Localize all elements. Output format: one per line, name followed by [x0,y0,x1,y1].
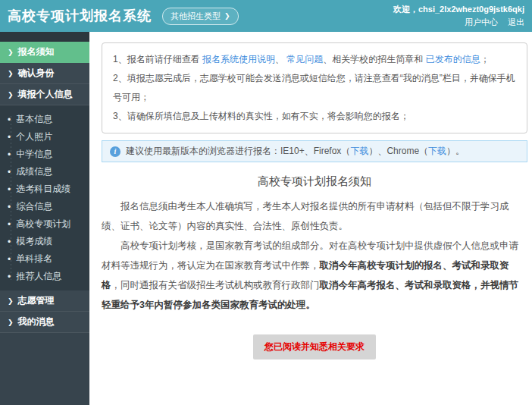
header-user-area: 欢迎，chsi_2lx2whezt0g9jstk6qkj 用户中心 退出 [393,3,524,29]
notice-box: 1、报名前请仔细查看 报名系统使用说明、 常见问题、相关学校的招生简章和 已发布… [102,42,527,133]
chevron-right-icon: ❯ [8,70,14,77]
logout-link[interactable]: 退出 [508,17,524,27]
bullet-icon: • [8,149,11,160]
bullet-icon: • [8,202,11,212]
sidebar-item-elective-subject-scores[interactable]: • 选考科目成绩 [0,181,89,198]
sidebar-item-single-subject-ranking[interactable]: • 单科排名 [0,250,89,268]
bullet-icon: • [8,219,11,230]
paragraph-text: ，同时通报有关省级招生考试机构或教育行政部门 [111,280,320,290]
app-title: 高校专项计划报名系统 [8,7,152,25]
sidebar-item-label: 模考成绩 [16,235,52,248]
published-info-link[interactable]: 已发布的信息 [426,54,480,64]
sidebar-submenu: • 基本信息 • 个人照片 • 中学信息 • 成绩信息 • 选考科目成绩 • 综… [0,105,89,290]
notice-body: 报名信息须由考生本人准确填写，考生本人对报名提供的所有申请材料（包括但不限于学习… [102,196,527,315]
notice-line-2: 2、填报志愿完成后，志愿学校可能会发送消息或短信给您，请注意查看“我的消息”栏目… [113,69,516,107]
chrome-download-link[interactable]: 下载 [428,146,446,156]
notice-paragraph-2: 高校专项计划考核，是国家教育考试的组成部分。对在高校专项计划中提供虚假个人信息或… [102,236,527,315]
notice-line-3: 3、请确保所填信息及上传材料的真实性，如有不实，将会影响您的报名； [113,107,516,126]
sidebar-item-basic-info[interactable]: • 基本信息 [0,111,89,128]
sidebar-item-label: 填报个人信息 [18,88,73,101]
sidebar-item-fill-personal-info[interactable]: ❯ 填报个人信息 [0,84,89,105]
system-usage-instructions-link[interactable]: 报名系统使用说明 [202,54,275,64]
bullet-icon: • [8,184,11,195]
user-center-link[interactable]: 用户中心 [465,17,498,27]
sidebar-item-label: 我的消息 [18,316,55,328]
sidebar-item-personal-photo[interactable]: • 个人照片 [0,128,89,146]
sidebar-item-confirm-identity[interactable]: ❯ 确认身份 [0,63,89,84]
sidebar-item-mock-exam-scores[interactable]: • 模考成绩 [0,233,89,250]
sidebar-item-label: 综合信息 [16,200,52,213]
sidebar-item-label: 基本信息 [16,113,52,126]
app-header: 高校专项计划报名系统 其他招生类型 ❯ 欢迎，chsi_2lx2whezt0g9… [0,0,532,32]
other-admission-types-button[interactable]: 其他招生类型 ❯ [162,8,239,25]
notice-text: 、相关学校的招生简章和 [323,54,425,64]
sidebar-item-label: 选考科目成绩 [16,183,70,196]
notice-text: 、 [275,54,286,64]
bullet-icon: • [8,272,11,282]
chevron-right-icon: ❯ [8,49,14,56]
sidebar-item-label: 成绩信息 [16,165,52,178]
chevron-right-icon: ❯ [8,297,14,305]
sidebar-item-label: 志愿管理 [18,294,55,307]
sidebar-item-label: 中学信息 [16,148,52,161]
firefox-download-link[interactable]: 下载 [350,146,368,156]
sidebar-item-my-messages[interactable]: ❯ 我的消息 [0,312,89,333]
chevron-right-icon: ❯ [224,12,230,20]
sidebar-item-label: 报名须知 [18,46,55,58]
sidebar-nav: ❯ 报名须知 ❯ 确认身份 ❯ 填报个人信息 • 基本信息 • 个人照片 • 中… [0,32,89,405]
sidebar-item-special-program[interactable]: • 高校专项计划 [0,215,89,233]
sidebar-item-label: 推荐人信息 [16,270,61,283]
bullet-icon: • [8,132,11,143]
sidebar-item-high-school-info[interactable]: • 中学信息 [0,146,89,163]
notice-line-1: 1、报名前请仔细查看 报名系统使用说明、 常见问题、相关学校的招生简章和 已发布… [113,50,516,69]
acknowledge-button[interactable]: 您已阅读并知悉相关要求 [253,334,376,359]
faq-link[interactable]: 常见问题 [286,54,323,64]
page-title: 高校专项计划报名须知 [102,174,527,189]
welcome-text: 欢迎，chsi_2lx2whezt0g9jstk6qkj [393,3,524,16]
browser-bar-text: ）。 [446,146,465,156]
notice-text: ； [480,54,490,64]
notice-text: 1、报名前请仔细查看 [113,54,202,64]
sidebar-item-label: 单科排名 [16,253,52,265]
info-icon: i [110,146,120,157]
sidebar-item-label: 确认身份 [18,67,55,80]
sidebar-item-signup-notice[interactable]: ❯ 报名须知 [0,42,89,63]
sidebar-item-score-info[interactable]: • 成绩信息 [0,163,89,181]
chevron-right-icon: ❯ [8,91,14,99]
browser-bar-text: ）、Chrome（ [368,146,428,156]
bullet-icon: • [8,237,11,247]
sidebar-item-recommender-info[interactable]: • 推荐人信息 [0,268,89,285]
other-admission-types-label: 其他招生类型 [171,11,221,22]
sidebar-item-label: 个人照片 [16,130,52,143]
notice-paragraph-1: 报名信息须由考生本人准确填写，考生本人对报名提供的所有申请材料（包括但不限于学习… [102,196,527,236]
browser-recommendation-bar: i 建议使用最新版本的浏览器进行报名：IE10+、Firefox（下载）、Chr… [102,140,527,162]
bullet-icon: • [8,254,11,265]
sidebar-item-comprehensive-info[interactable]: • 综合信息 [0,198,89,215]
sidebar-spacer [0,32,89,42]
main-content: 1、报名前请仔细查看 报名系统使用说明、 常见问题、相关学校的招生简章和 已发布… [102,32,527,405]
bullet-icon: • [8,167,11,177]
browser-bar-text: 建议使用最新版本的浏览器进行报名：IE10+、Firefox（ [126,146,350,156]
chevron-right-icon: ❯ [8,319,14,326]
sidebar-item-application-management[interactable]: ❯ 志愿管理 [0,290,89,312]
sidebar-item-label: 高校专项计划 [16,218,70,231]
bullet-icon: • [8,115,11,125]
